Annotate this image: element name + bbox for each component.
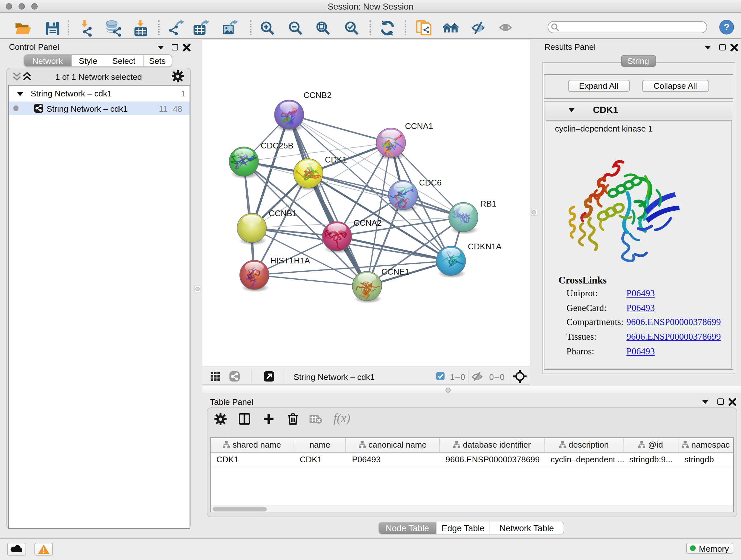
svg-text:CCNB2: CCNB2: [303, 90, 331, 100]
svg-text:CDC25B: CDC25B: [260, 140, 293, 150]
svg-text:?: ?: [724, 21, 730, 32]
svg-text:CCNA2: CCNA2: [353, 218, 381, 227]
svg-text:CCNB1: CCNB1: [268, 208, 296, 218]
svg-text:CCNE1: CCNE1: [381, 266, 409, 276]
svg-text:CDKN1A: CDKN1A: [468, 241, 501, 251]
svg-text:RB1: RB1: [480, 199, 496, 208]
svg-text:HIST1H1A: HIST1H1A: [270, 255, 310, 265]
svg-text:CDK1: CDK1: [325, 154, 347, 164]
svg-text:CCNA1: CCNA1: [405, 121, 433, 131]
svg-text:CDC6: CDC6: [419, 178, 441, 187]
